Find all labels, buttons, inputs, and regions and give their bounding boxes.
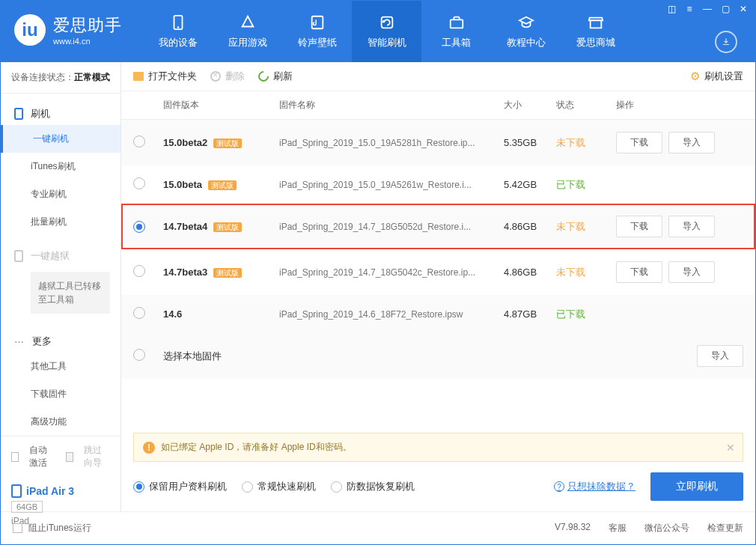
win-close-icon[interactable]: ✕ [737,4,749,14]
col-size: 大小 [504,99,556,112]
radio-fast[interactable] [242,481,253,493]
downloads-indicator[interactable] [715,31,737,53]
nav-ringtones[interactable]: 铃声壁纸 [282,1,352,62]
radio-local[interactable] [133,349,145,361]
refresh-icon [256,69,271,84]
jailbreak-note: 越狱工具已转移至工具箱 [31,272,110,314]
wechat-link[interactable]: 微信公众号 [644,522,689,535]
table-header: 固件版本 固件名称 大小 状态 操作 [121,91,755,120]
win-maximize-icon[interactable]: ▢ [719,4,731,14]
win-minimize-icon[interactable]: — [701,4,713,14]
refresh-button[interactable]: 刷新 [258,70,293,83]
version-label: V7.98.32 [555,522,591,535]
col-name: 固件名称 [279,99,504,112]
sidebar-options: 自动激活 跳过向导 [1,436,121,477]
import-local-button[interactable]: 导入 [697,345,743,367]
download-button[interactable]: 下载 [616,261,662,283]
action-bar: 保留用户资料刷机 常规快速刷机 防数据恢复刷机 ? 只想抹除数据？ 立即刷机 [121,462,755,511]
col-actions: 操作 [616,99,743,112]
sidebar-item-pro[interactable]: 专业刷机 [31,180,121,208]
warning-icon: ! [143,442,155,454]
import-button[interactable]: 导入 [668,216,715,237]
firmware-row[interactable]: 14.7beta3 测试版iPad_Spring_2019_14.7_18G50… [121,249,755,295]
lock-icon [14,250,23,262]
import-button[interactable]: 导入 [668,132,715,153]
skip-guide-checkbox[interactable] [66,452,73,462]
win-theme-icon[interactable]: ◫ [665,4,677,14]
auto-activate-checkbox[interactable] [11,452,19,462]
service-link[interactable]: 客服 [609,522,627,535]
win-menu-icon[interactable]: ≡ [683,4,695,14]
sidebar: 设备连接状态：正常模式 刷机 一键刷机 iTunes刷机 专业刷机 批量刷机 一… [1,62,121,511]
graduation-icon [517,13,535,31]
top-nav: 我的设备 应用游戏 铃声壁纸 智能刷机 工具箱 教程中心 爱思商城 [143,1,630,62]
connection-status: 设备连接状态：正常模式 [1,62,121,94]
delete-icon [210,71,221,82]
nav-store[interactable]: 爱思商城 [561,1,630,62]
device-icon [14,108,23,120]
col-version: 固件版本 [163,99,279,112]
sidebar-item-batch[interactable]: 批量刷机 [31,208,121,236]
radio-recovery[interactable] [331,481,342,493]
window-controls: ◫ ≡ — ▢ ✕ [665,4,749,14]
nav-flash[interactable]: 智能刷机 [352,1,421,62]
mode-keep-data[interactable]: 保留用户资料刷机 [133,480,227,493]
block-itunes-checkbox[interactable] [13,523,22,533]
device-capacity: 64GB [11,501,43,513]
nav-tutorials[interactable]: 教程中心 [491,1,561,62]
col-status: 状态 [556,99,616,112]
radio-firmware[interactable] [133,136,145,147]
tablet-icon [11,484,22,498]
sidebar-head-more[interactable]: ⋯ 更多 [1,330,121,353]
more-icon: ⋯ [14,336,25,347]
logo: iu 爱思助手 www.i4.cn [1,1,135,46]
mode-fast[interactable]: 常规快速刷机 [242,480,316,493]
info-icon: ? [554,481,564,492]
firmware-row[interactable]: 14.7beta4 测试版iPad_Spring_2019_14.7_18G50… [121,204,755,249]
firmware-row[interactable]: 15.0beta 测试版iPad_Spring_2019_15.0_19A526… [121,165,755,204]
flash-icon [378,13,396,31]
sidebar-item-itunes[interactable]: iTunes刷机 [31,153,121,180]
sidebar-item-advanced[interactable]: 高级功能 [31,408,121,436]
sidebar-item-download-fw[interactable]: 下载固件 [31,380,121,408]
toolbar: 打开文件夹 删除 刷新 ⚙ 刷机设置 [121,62,755,91]
radio-firmware[interactable] [133,221,145,233]
logo-icon: iu [14,14,46,46]
radio-keep-data[interactable] [133,481,144,493]
folder-icon [133,72,144,81]
nav-tools[interactable]: 工具箱 [421,1,491,62]
nav-apps[interactable]: 应用游戏 [213,1,282,62]
download-button[interactable]: 下载 [616,132,662,153]
open-folder-button[interactable]: 打开文件夹 [133,70,197,83]
nav-my-device[interactable]: 我的设备 [143,1,213,62]
update-link[interactable]: 检查更新 [707,522,743,535]
sidebar-head-flash[interactable]: 刷机 [1,103,121,125]
notice-bar: ! 如已绑定 Apple ID，请准备好 Apple ID和密码。 ✕ [133,433,743,462]
toolbox-icon [448,13,466,31]
erase-link[interactable]: ? 只想抹除数据？ [554,480,635,493]
sidebar-item-oneclick[interactable]: 一键刷机 [1,125,121,153]
import-button[interactable]: 导入 [668,261,715,283]
flash-now-button[interactable]: 立即刷机 [650,472,743,501]
firmware-row[interactable]: 15.0beta2 测试版iPad_Spring_2019_15.0_19A52… [121,120,755,165]
gear-icon: ⚙ [690,70,700,83]
music-icon [308,13,326,31]
sidebar-item-other[interactable]: 其他工具 [31,353,121,380]
download-button[interactable]: 下载 [616,216,662,237]
close-notice-button[interactable]: ✕ [726,442,735,454]
flash-settings-button[interactable]: ⚙ 刷机设置 [690,70,743,83]
delete-button[interactable]: 删除 [210,70,245,83]
app-site: www.i4.cn [53,37,122,46]
sidebar-head-jailbreak: 一键越狱 [1,245,121,267]
local-firmware-row[interactable]: 选择本地固件 导入 [121,333,755,379]
mode-recovery[interactable]: 防数据恢复刷机 [331,480,415,493]
download-icon [721,37,731,47]
svg-rect-4 [450,19,463,28]
radio-firmware[interactable] [133,265,145,277]
store-icon [587,13,605,31]
firmware-row[interactable]: 14.6iPad_Spring_2019_14.6_18F72_Restore.… [121,295,755,333]
radio-firmware[interactable] [133,307,145,319]
app-name: 爱思助手 [53,14,122,37]
phone-icon [169,13,187,31]
radio-firmware[interactable] [133,177,145,189]
